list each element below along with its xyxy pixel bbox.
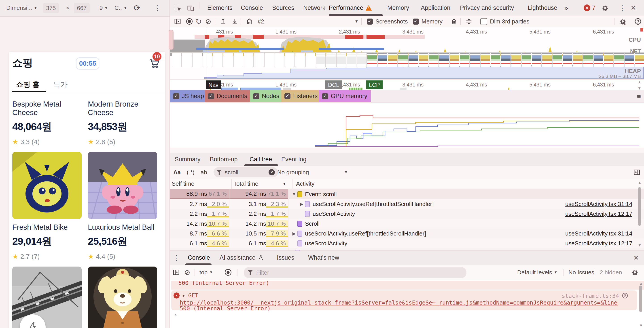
filmstrip-frame[interactable]	[213, 53, 223, 67]
issues-counter[interactable]: No Issues	[568, 265, 594, 280]
inspect-icon[interactable]	[174, 4, 182, 12]
filmstrip-frame[interactable]	[439, 53, 449, 67]
table-row[interactable]: 14.2 ms10.7 %14.2 ms10.7 %Scroll	[170, 219, 644, 229]
tab-call-tree[interactable]: Call tree	[250, 153, 272, 165]
dim-3rd-parties-checkbox[interactable]: Dim 3rd parties	[480, 16, 529, 26]
dimensions-select[interactable]: Dimensi...▼	[6, 0, 37, 16]
filmstrip-frame[interactable]	[418, 53, 428, 67]
devtools-menu-icon[interactable]: ⋮	[619, 0, 626, 16]
record-icon[interactable]	[186, 16, 193, 26]
tab-elements[interactable]: Elements	[207, 0, 232, 16]
tab-privacy-and-security[interactable]: Privacy and security	[460, 0, 514, 16]
upload-profile-icon[interactable]	[220, 16, 227, 26]
expand-arrow-icon[interactable]: ▼	[291, 192, 298, 197]
filmstrip-frame[interactable]	[202, 53, 212, 67]
more-options-icon[interactable]: ⋮	[154, 0, 161, 16]
legend-nodes[interactable]: Nodes	[250, 90, 281, 102]
filmstrip-frame[interactable]	[192, 53, 202, 67]
screenshot-filmstrip[interactable]	[170, 53, 644, 67]
hidden-messages-count[interactable]: 2 hidden	[600, 265, 622, 280]
expand-triangle-icon[interactable]: ▶	[183, 293, 185, 298]
col-total-time[interactable]: Total time▼	[232, 179, 293, 189]
history-chevron-icon[interactable]: ▼	[353, 16, 358, 26]
filmstrip-frame[interactable]	[511, 53, 521, 67]
filmstrip-frame[interactable]	[552, 53, 562, 67]
filmstrip-frame[interactable]	[254, 53, 264, 67]
table-row[interactable]: 88.9 ms67.1 %94.2 ms71.1 %▼Event: scroll	[170, 189, 644, 199]
filmstrip-frame[interactable]	[398, 53, 408, 67]
filmstrip-frame[interactable]	[532, 53, 542, 67]
filmstrip-frame[interactable]	[594, 53, 603, 67]
filmstrip-frame[interactable]	[306, 53, 315, 67]
screenshots-checkbox[interactable]: Screenshots	[367, 16, 408, 26]
tab-performance[interactable]: Performance	[329, 0, 372, 16]
drawer-tab-ai-assistance[interactable]: AI assistance	[220, 251, 264, 265]
col-activity[interactable]: Activity	[293, 180, 644, 187]
console-sidebar-icon[interactable]	[173, 265, 180, 280]
filmstrip-frame[interactable]	[614, 53, 624, 67]
filmstrip-frame[interactable]	[562, 53, 572, 67]
console-prompt[interactable]: ›	[174, 311, 178, 319]
drawer-tab-issues[interactable]: Issues	[277, 251, 294, 265]
product-card[interactable]: Luxurious Metal Ball25,516원★4.4 (5)	[88, 152, 157, 260]
source-link[interactable]: useScrollActivity.tsx:31:14	[565, 201, 632, 208]
clear-icon[interactable]: ⊘	[205, 16, 211, 26]
tab-event-log[interactable]: Event log	[281, 153, 306, 165]
tab-memory[interactable]: Memory	[387, 0, 409, 16]
close-drawer-icon[interactable]: ✕	[633, 251, 639, 265]
filmstrip-frame[interactable]	[604, 53, 614, 67]
whole-word-button[interactable]: ab	[200, 166, 207, 179]
filmstrip-frame[interactable]	[182, 53, 192, 67]
flamechart-ruler[interactable]: 431 ms1,431 ms2,431 ms3,431 ms4,431 ms5,…	[170, 79, 644, 90]
history-select[interactable]: #2	[258, 16, 264, 26]
filmstrip-frame[interactable]	[378, 53, 387, 67]
filmstrip-frame[interactable]	[223, 53, 233, 67]
table-row[interactable]: 8.7 ms6.6 %10.5 ms7.9 %▶useScrollActivit…	[170, 229, 644, 238]
filmstrip-frame[interactable]	[470, 53, 480, 67]
table-scroll-down-icon[interactable]: ▼	[638, 243, 642, 248]
console-scroll-down-icon[interactable]: ▼	[640, 323, 642, 328]
selection-left-handle[interactable]	[168, 30, 174, 50]
table-row[interactable]: 2.7 ms2.0 %3.1 ms2.3 %▶useScrollActivity…	[170, 199, 644, 209]
tab-summary[interactable]: Summary	[175, 153, 200, 165]
console-filter-input[interactable]: Filter	[244, 267, 466, 278]
source-link[interactable]: useScrollActivity.tsx:12:17	[565, 240, 632, 247]
tab-bottom-up[interactable]: Bottom-up	[210, 153, 238, 165]
filmstrip-frame[interactable]	[522, 53, 531, 67]
filmstrip-frame[interactable]	[326, 53, 336, 67]
table-row[interactable]: 2.2 ms1.7 %2.2 ms1.7 %useScrollActivityu…	[170, 209, 644, 219]
expand-arrow-icon[interactable]: ▶	[298, 202, 305, 207]
table-scrollbar-thumb[interactable]	[638, 187, 641, 226]
table-row[interactable]: 6.1 ms4.6 %6.1 ms4.6 %useScrollActivityu…	[170, 238, 644, 248]
tab-sources[interactable]: Sources	[272, 0, 294, 16]
memory-counters-chart[interactable]	[170, 102, 644, 148]
live-expression-eye-icon[interactable]	[224, 265, 232, 280]
legend-listeners[interactable]: Listeners	[281, 90, 319, 102]
filmstrip-frame[interactable]	[480, 53, 490, 67]
rotate-device-icon[interactable]: ⟳	[134, 0, 140, 16]
playhead-cursor[interactable]	[206, 27, 206, 90]
error-url-link[interactable]: http://localhost:3000/__nextjs_original-…	[180, 300, 618, 306]
filmstrip-frame[interactable]	[624, 53, 634, 67]
console-scrollbar-thumb[interactable]	[639, 286, 642, 312]
collect-garbage-icon[interactable]	[450, 16, 458, 26]
filmstrip-frame[interactable]	[244, 53, 254, 67]
filmstrip-frame[interactable]	[295, 53, 305, 67]
filmstrip-frame[interactable]	[583, 53, 593, 67]
close-devtools-icon[interactable]: ✕	[630, 0, 636, 16]
clear-console-icon[interactable]: ⊘	[184, 265, 190, 280]
context-select[interactable]: top▼	[200, 265, 213, 280]
levels-select[interactable]: Default levels▼	[517, 265, 558, 280]
legend-documents[interactable]: Documents	[205, 90, 250, 102]
drawer-menu-icon[interactable]: ⋮	[173, 251, 180, 265]
error-badge-icon[interactable]: ✕	[584, 4, 590, 11]
product-card[interactable]: Modern Bronze Cheese34,853원★2.8 (5)	[88, 100, 157, 146]
download-profile-icon[interactable]	[231, 16, 238, 26]
scroll-up-icon[interactable]: ▲	[638, 80, 641, 84]
filmstrip-frame[interactable]	[172, 53, 182, 67]
regex-button[interactable]: (.*)	[187, 166, 194, 179]
timeline-overview[interactable]: 431 ms1,431 ms2,431 ms3,431 ms4,431 ms5,…	[170, 27, 644, 79]
filmstrip-frame[interactable]	[264, 53, 274, 67]
filmstrip-frame[interactable]	[450, 53, 459, 67]
collapse-flame-icon[interactable]	[465, 16, 473, 26]
